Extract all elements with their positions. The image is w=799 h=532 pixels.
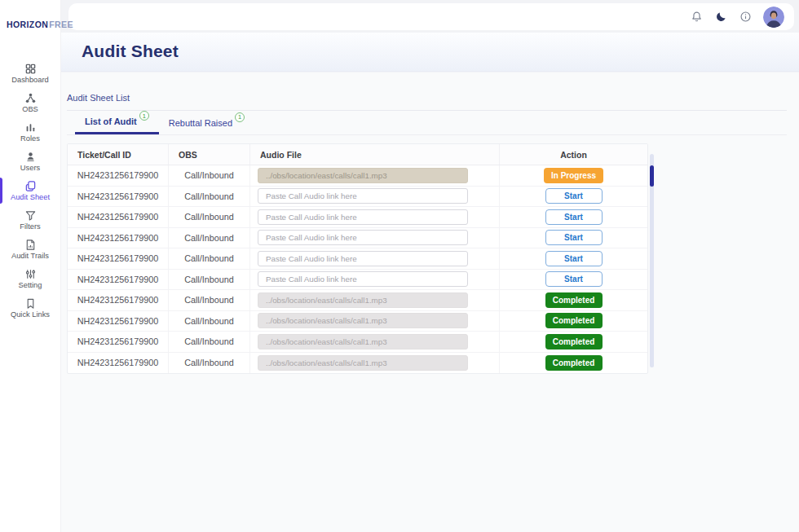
action-button-start[interactable]: Start [545, 271, 603, 287]
action-button-completed[interactable]: Completed [545, 355, 603, 371]
sidebar-item-audit-sheet[interactable]: Audit Sheet [0, 176, 60, 205]
tab-label: List of Audit [85, 117, 137, 126]
table-row: NH24231256179900Call/InboundCompleted [68, 332, 647, 353]
audio-file-cell [250, 270, 500, 290]
sidebar-item-filters[interactable]: Filters [0, 205, 60, 235]
user-avatar[interactable] [763, 7, 784, 28]
sidebar-item-audit-trails[interactable]: Audit Trails [0, 235, 60, 264]
action-button-start[interactable]: Start [545, 209, 603, 225]
ticket-id-cell: NH24231256179900 [68, 290, 169, 310]
table-row: NH24231256179900Call/InboundStart [68, 270, 647, 291]
table-scrollbar-thumb[interactable] [650, 165, 654, 187]
action-button-start[interactable]: Start [545, 230, 603, 245]
logo-primary-text: HORIZON [7, 20, 48, 29]
ticket-id-cell: NH24231256179900 [68, 228, 169, 248]
top-header-bar [68, 3, 794, 30]
action-button-completed[interactable]: Completed [545, 292, 603, 308]
action-cell: Start [500, 207, 647, 227]
action-button-completed[interactable]: Completed [545, 334, 603, 350]
sidebar-item-dashboard[interactable]: Dashboard [0, 59, 60, 88]
audio-file-cell [250, 311, 500, 332]
action-button-in-progress[interactable]: In Progress [544, 168, 603, 183]
obs-cell: Call/Inbound [169, 311, 250, 332]
main-content: Audit Sheet List List of Audit 1 Rebutta… [61, 73, 799, 532]
obs-cell: Call/Inbound [169, 248, 250, 269]
tab-bar: List of Audit 1 Rebuttal Raised 1 [67, 111, 787, 135]
ticket-id-cell: NH24231256179900 [68, 165, 169, 186]
audio-link-input[interactable] [258, 251, 468, 266]
sidebar: HORIZONFREE DashboardOBSRolesUsersAudit … [0, 0, 61, 532]
audio-file-cell [250, 207, 500, 227]
setting-icon [24, 268, 37, 280]
audio-file-cell [250, 248, 500, 269]
tab-label: Rebuttal Raised [169, 118, 232, 128]
page-title-band: Audit Sheet [61, 33, 799, 72]
logo-secondary-text: FREE [49, 20, 73, 29]
page-title: Audit Sheet [61, 33, 799, 61]
action-button-start[interactable]: Start [545, 188, 603, 204]
sidebar-item-label: Audit Trails [11, 252, 49, 260]
audio-link-input [258, 355, 468, 371]
sidebar-item-obs[interactable]: OBS [0, 88, 60, 117]
action-cell: Start [500, 270, 647, 290]
sidebar-item-label: Dashboard [11, 76, 48, 84]
audio-link-input[interactable] [258, 188, 468, 204]
tab-rebuttal-raised[interactable]: Rebuttal Raised 1 [159, 111, 254, 134]
tab-count-badge: 1 [139, 111, 149, 121]
sidebar-item-label: Users [20, 164, 40, 172]
obs-cell: Call/Inbound [169, 207, 250, 227]
sidebar-item-label: Setting [19, 281, 42, 289]
sidebar-item-label: Filters [20, 222, 40, 231]
ticket-id-cell: NH24231256179900 [68, 270, 169, 290]
action-cell: Completed [500, 290, 647, 310]
ticket-id-cell: NH24231256179900 [68, 248, 169, 269]
action-cell: In Progress [500, 165, 647, 186]
audit-sheet-icon [24, 180, 37, 192]
action-cell: Completed [500, 332, 647, 352]
obs-icon [24, 92, 37, 104]
obs-cell: Call/Inbound [169, 187, 250, 207]
column-header-ticket: Ticket/Call ID [68, 144, 169, 165]
column-header-action: Action [500, 144, 647, 165]
table-row: NH24231256179900Call/InboundCompleted [68, 290, 647, 311]
table-row: NH24231256179900Call/InboundStart [68, 228, 647, 249]
audio-file-cell [250, 228, 500, 248]
column-header-obs: OBS [169, 144, 250, 165]
audio-link-input [258, 334, 468, 350]
table-header-row: Ticket/Call ID OBS Audio File Action [68, 144, 647, 165]
obs-cell: Call/Inbound [169, 270, 250, 290]
audio-file-cell [250, 165, 500, 186]
audio-link-input [258, 292, 468, 308]
ticket-id-cell: NH24231256179900 [68, 353, 169, 374]
info-icon[interactable] [739, 11, 752, 24]
tab-list-of-audit[interactable]: List of Audit 1 [75, 111, 159, 134]
dark-mode-icon[interactable] [714, 11, 727, 24]
table-row: NH24231256179900Call/InboundIn Progress [68, 165, 647, 187]
table-scrollbar[interactable] [650, 154, 654, 367]
action-button-start[interactable]: Start [545, 251, 603, 266]
audio-link-input[interactable] [258, 209, 468, 225]
audio-link-input[interactable] [258, 230, 468, 245]
tab-count-badge: 1 [235, 112, 245, 122]
obs-cell: Call/Inbound [169, 353, 250, 374]
users-icon [24, 151, 37, 163]
column-header-audio-file: Audio File [250, 144, 500, 165]
quick-links-icon [24, 297, 37, 310]
app-logo: HORIZONFREE [0, 0, 60, 29]
table-row: NH24231256179900Call/InboundStart [68, 187, 647, 208]
roles-icon [24, 121, 37, 134]
ticket-id-cell: NH24231256179900 [68, 187, 169, 207]
action-button-completed[interactable]: Completed [545, 313, 603, 328]
action-cell: Start [500, 248, 647, 269]
sidebar-item-roles[interactable]: Roles [0, 117, 60, 147]
audio-link-input[interactable] [258, 271, 468, 287]
audio-link-input [258, 168, 468, 183]
sidebar-item-setting[interactable]: Setting [0, 264, 60, 293]
ticket-id-cell: NH24231256179900 [68, 332, 169, 352]
notifications-icon[interactable] [690, 11, 703, 24]
ticket-id-cell: NH24231256179900 [68, 207, 169, 227]
sidebar-item-users[interactable]: Users [0, 147, 60, 176]
ticket-id-cell: NH24231256179900 [68, 311, 169, 332]
action-cell: Start [500, 228, 647, 248]
sidebar-item-quick-links[interactable]: Quick Links [0, 293, 60, 323]
